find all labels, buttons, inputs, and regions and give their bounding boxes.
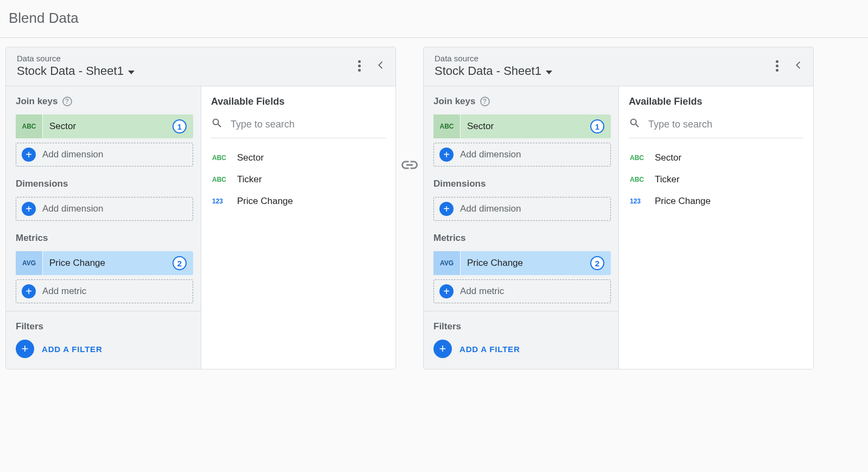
section-divider: [6, 311, 201, 311]
metric-label: Price Change: [461, 258, 590, 269]
panel-header: Data source Stock Data - Sheet1: [424, 47, 813, 86]
metrics-title: Metrics: [433, 233, 611, 244]
search-icon: [629, 117, 641, 131]
help-icon[interactable]: ?: [62, 97, 72, 106]
collapse-icon[interactable]: [793, 59, 805, 73]
section-divider: [424, 311, 618, 311]
plus-icon: +: [16, 340, 34, 358]
field-type-abc-icon: ABC: [630, 154, 646, 162]
filters-title: Filters: [16, 321, 193, 332]
join-keys-title: Join keys ?: [16, 96, 193, 107]
field-type-abc-icon: ABC: [433, 114, 461, 138]
available-fields-column: Available Fields ABC Sector ABC Ticker 1…: [619, 86, 813, 369]
available-fields-title: Available Fields: [211, 96, 386, 107]
join-keys-title: Join keys ?: [433, 96, 611, 107]
caret-down-icon: [128, 71, 135, 74]
metric-chip[interactable]: AVG Price Change 2: [16, 251, 193, 275]
caret-down-icon: [546, 71, 552, 74]
data-source-name: Stock Data - Sheet1: [435, 64, 541, 78]
field-label: Ticker: [655, 174, 680, 185]
available-fields-title: Available Fields: [629, 96, 803, 107]
filters-title: Filters: [433, 321, 611, 332]
collapse-icon[interactable]: [375, 59, 387, 73]
plus-icon: +: [439, 148, 454, 162]
search-input[interactable]: [231, 119, 386, 130]
help-icon[interactable]: ?: [480, 97, 490, 106]
join-key-label: Sector: [461, 121, 590, 132]
field-type-abc-icon: ABC: [212, 154, 228, 162]
field-item[interactable]: 123 Price Change: [211, 190, 386, 212]
callout-badge: 1: [590, 119, 604, 133]
search-icon: [211, 117, 223, 131]
dimensions-title: Dimensions: [16, 178, 193, 189]
add-join-dimension-button[interactable]: + Add dimension: [433, 143, 611, 167]
add-join-dimension-button[interactable]: + Add dimension: [16, 143, 193, 167]
data-source-panel: Data source Stock Data - Sheet1 Join key…: [423, 47, 814, 369]
join-key-chip[interactable]: ABC Sector 1: [16, 114, 193, 138]
panel-header: Data source Stock Data - Sheet1: [6, 47, 395, 86]
field-item[interactable]: ABC Ticker: [629, 169, 803, 190]
callout-badge: 2: [173, 256, 187, 270]
metric-chip[interactable]: AVG Price Change 2: [433, 251, 611, 275]
more-options-icon[interactable]: [774, 58, 781, 74]
plus-icon: +: [439, 284, 454, 298]
workspace: Data source Stock Data - Sheet1 Join key…: [0, 38, 868, 378]
join-key-label: Sector: [43, 121, 173, 132]
field-type-123-icon: 123: [212, 197, 228, 205]
add-filter-button[interactable]: + ADD A FILTER: [16, 340, 193, 358]
add-metric-button[interactable]: + Add metric: [433, 279, 611, 303]
join-key-chip[interactable]: ABC Sector 1: [433, 114, 611, 138]
available-fields-column: Available Fields ABC Sector ABC Ticker 1…: [201, 86, 395, 369]
more-options-icon[interactable]: [356, 58, 363, 74]
field-item[interactable]: ABC Ticker: [211, 169, 386, 190]
metric-label: Price Change: [43, 258, 173, 269]
plus-icon: +: [22, 148, 36, 162]
plus-icon: +: [433, 340, 452, 358]
field-item[interactable]: ABC Sector: [629, 147, 803, 169]
config-column: Join keys ? ABC Sector 1 + Add dimension…: [6, 86, 201, 369]
add-metric-button[interactable]: + Add metric: [16, 279, 193, 303]
field-type-123-icon: 123: [630, 197, 646, 205]
data-source-label: Data source: [435, 54, 552, 63]
field-label: Sector: [655, 152, 681, 163]
aggregation-avg-icon: AVG: [433, 251, 461, 275]
field-item[interactable]: 123 Price Change: [629, 190, 803, 212]
data-source-label: Data source: [17, 54, 135, 63]
callout-badge: 2: [590, 256, 604, 270]
data-source-selector[interactable]: Stock Data - Sheet1: [435, 64, 552, 78]
page-title: Blend Data: [0, 0, 868, 37]
field-label: Sector: [237, 152, 264, 163]
join-link-icon[interactable]: [396, 155, 423, 175]
field-label: Price Change: [237, 196, 293, 207]
search-input[interactable]: [648, 119, 803, 130]
data-source-panel: Data source Stock Data - Sheet1 Join key…: [5, 47, 396, 369]
field-type-abc-icon: ABC: [212, 176, 228, 183]
aggregation-avg-icon: AVG: [16, 251, 43, 275]
field-item[interactable]: ABC Sector: [211, 147, 386, 169]
plus-icon: +: [439, 202, 454, 216]
dimensions-title: Dimensions: [433, 178, 611, 189]
callout-badge: 1: [173, 119, 187, 133]
add-dimension-button[interactable]: + Add dimension: [16, 197, 193, 221]
field-label: Price Change: [655, 196, 711, 207]
field-label: Ticker: [237, 174, 262, 185]
metrics-title: Metrics: [16, 233, 193, 244]
data-source-name: Stock Data - Sheet1: [17, 64, 124, 78]
add-filter-button[interactable]: + ADD A FILTER: [433, 340, 611, 358]
add-dimension-button[interactable]: + Add dimension: [433, 197, 611, 221]
data-source-selector[interactable]: Stock Data - Sheet1: [17, 64, 135, 78]
field-type-abc-icon: ABC: [16, 114, 43, 138]
plus-icon: +: [22, 284, 36, 298]
config-column: Join keys ? ABC Sector 1 + Add dimension…: [424, 86, 619, 369]
plus-icon: +: [22, 202, 36, 216]
field-type-abc-icon: ABC: [630, 176, 646, 183]
